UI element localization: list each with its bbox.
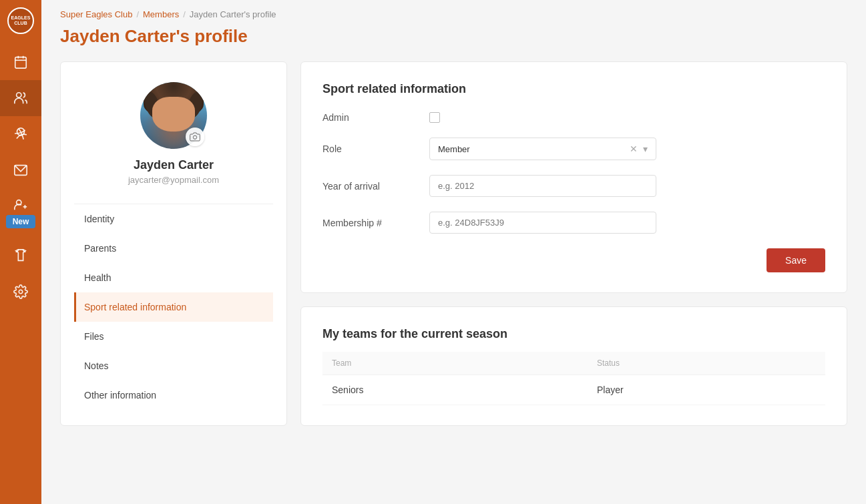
right-panel: Sport related information Admin Role Mem… [300,61,847,426]
breadcrumb-members[interactable]: Members [143,9,179,19]
teams-table-head: Team Status [322,352,825,375]
teams-header-row: Team Status [322,352,825,375]
sidebar-item-calendar[interactable] [0,44,41,80]
membership-control [429,212,656,234]
sport-info-card: Sport related information Admin Role Mem… [300,61,847,293]
form-actions: Save [322,248,825,272]
role-select[interactable]: Member ✕ ▾ [429,138,656,160]
main-content: Super Eagles Club / Members / Jayden Car… [41,0,866,504]
year-label: Year of arrival [322,181,429,192]
save-button[interactable]: Save [767,248,825,272]
avatar-face [152,97,195,132]
svg-point-11 [193,136,196,139]
role-label: Role [322,144,429,154]
admin-checkbox[interactable] [429,112,440,123]
jersey-icon [13,248,28,263]
teams-table-body: Seniors Player [322,375,825,405]
profile-nav: Identity Parents Health Sport related in… [74,204,273,410]
person-add-icon [13,198,28,212]
svg-point-4 [17,93,21,97]
year-row: Year of arrival [322,175,825,197]
role-clear-button[interactable]: ✕ [630,144,638,154]
avatar-wrapper [140,82,207,149]
nav-item-sport[interactable]: Sport related information [74,292,273,322]
user-email: jaycarter@yopmail.com [128,175,219,185]
nav-item-identity[interactable]: Identity [74,204,273,234]
teams-table: Team Status Seniors Player [322,352,825,405]
svg-rect-0 [15,57,27,69]
svg-point-10 [19,290,23,294]
membership-label: Membership # [322,218,429,228]
team-cell: Seniors [322,375,588,405]
sidebar-item-mail[interactable] [0,152,41,188]
sidebar-nav: New [0,44,41,310]
sidebar-item-new[interactable]: New [0,188,41,238]
membership-input[interactable] [429,212,656,234]
sidebar-item-awards[interactable] [0,116,41,152]
new-badge: New [6,215,36,228]
teams-card: My teams for the current season Team Sta… [300,306,847,426]
year-input[interactable] [429,175,656,197]
sport-card-title: Sport related information [322,82,825,96]
role-controls: ✕ ▾ [630,144,648,154]
breadcrumb: Super Eagles Club / Members / Jayden Car… [41,0,866,26]
camera-icon [190,132,200,142]
logo-circle: EAGLES CLUB [7,7,34,34]
nav-item-notes[interactable]: Notes [74,351,273,381]
sidebar: EAGLES CLUB New [0,0,41,504]
sidebar-item-members[interactable] [0,80,41,116]
content-grid: Jayden Carter jaycarter@yopmail.com Iden… [41,61,866,426]
admin-control [429,112,656,123]
calendar-icon [13,55,28,69]
nav-item-parents[interactable]: Parents [74,234,273,263]
admin-label: Admin [322,112,429,123]
sidebar-item-jersey[interactable] [0,238,41,274]
role-arrow-icon: ▾ [643,144,648,154]
breadcrumb-club[interactable]: Super Eagles Club [60,9,132,19]
role-select-left: Member [438,144,470,154]
avatar-camera-button[interactable] [186,128,204,146]
mail-icon [13,163,28,178]
left-panel: Jayden Carter jaycarter@yopmail.com Iden… [60,61,287,426]
role-control: Member ✕ ▾ [429,138,656,160]
nav-item-health[interactable]: Health [74,263,273,292]
team-col-header: Team [322,352,588,375]
nav-item-other[interactable]: Other information [74,381,273,410]
nav-item-files[interactable]: Files [74,322,273,351]
breadcrumb-current: Jayden Carter's profile [190,9,276,19]
role-row: Role Member ✕ ▾ [322,138,825,160]
awards-icon [13,127,28,142]
settings-icon [13,284,28,299]
year-control [429,175,656,197]
sidebar-logo[interactable]: EAGLES CLUB [0,0,41,41]
membership-row: Membership # [322,212,825,234]
user-name: Jayden Carter [134,158,214,172]
page-title: Jayden Carter's profile [41,26,866,47]
status-cell: Player [588,375,825,405]
table-row[interactable]: Seniors Player [322,375,825,405]
breadcrumb-sep-2: / [183,9,186,19]
status-col-header: Status [588,352,825,375]
breadcrumb-sep-1: / [136,9,139,19]
role-value: Member [438,144,470,154]
members-icon [13,91,28,105]
logo-text: EAGLES CLUB [9,15,33,25]
admin-row: Admin [322,112,825,123]
teams-title: My teams for the current season [322,327,825,341]
sidebar-item-settings[interactable] [0,274,41,310]
